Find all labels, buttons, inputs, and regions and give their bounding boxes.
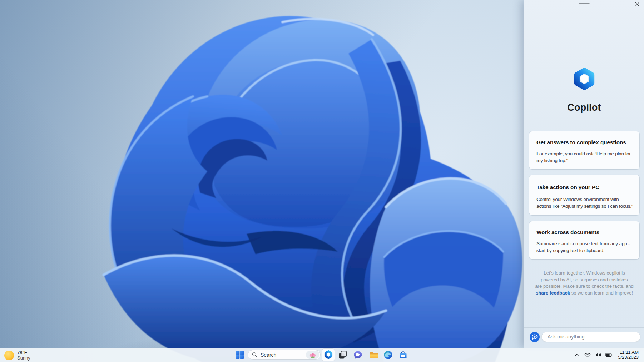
clock-date: 5/23/2023 xyxy=(618,355,639,360)
search-box[interactable]: Search xyxy=(248,350,321,360)
card-title: Work across documents xyxy=(536,229,636,235)
disclaimer-pre: Let’s learn together. Windows copilot is… xyxy=(535,270,634,289)
battery-icon[interactable] xyxy=(604,348,614,362)
disclaimer-post: so we can learn and improve! xyxy=(570,290,633,296)
task-view-button[interactable] xyxy=(336,348,350,362)
search-highlight-icon xyxy=(306,351,319,359)
close-icon[interactable] xyxy=(634,1,641,8)
task-view-icon xyxy=(338,351,347,359)
system-tray: 11:11 AM 5/23/2023 xyxy=(572,348,644,362)
disclaimer-text: Let’s learn together. Windows copilot is… xyxy=(527,270,641,296)
chat-icon xyxy=(353,350,363,360)
file-explorer-icon xyxy=(369,350,378,360)
share-feedback-link[interactable]: share feedback xyxy=(536,290,570,296)
copilot-logo-icon xyxy=(573,68,596,91)
copilot-title: Copilot xyxy=(524,102,644,113)
start-button[interactable] xyxy=(233,348,247,362)
card-body: Summarize and compose text from any app … xyxy=(536,241,636,254)
input-separator xyxy=(524,327,644,328)
volume-icon[interactable] xyxy=(594,348,603,362)
card-body: For example, you could ask “Help me plan… xyxy=(536,151,636,164)
new-chat-button[interactable] xyxy=(530,332,540,342)
drag-handle-icon[interactable] xyxy=(579,3,589,4)
suggestion-card[interactable]: Get answers to complex questions For exa… xyxy=(529,131,639,169)
clock[interactable]: 11:11 AM 5/23/2023 xyxy=(618,350,639,360)
copilot-panel: Copilot Get answers to complex questions… xyxy=(524,0,644,348)
card-title: Take actions on your PC xyxy=(536,184,636,190)
weather-condition: Sunny xyxy=(17,355,30,361)
taskbar-copilot-button[interactable] xyxy=(322,348,335,361)
card-body: Control your Windows environment with ac… xyxy=(536,196,636,210)
file-explorer-button[interactable] xyxy=(366,348,381,362)
edge-icon xyxy=(383,350,393,360)
weather-temp: 78°F xyxy=(17,350,30,355)
wifi-icon[interactable] xyxy=(583,348,592,362)
search-icon xyxy=(252,352,257,357)
chat-button[interactable] xyxy=(351,348,365,362)
copilot-icon xyxy=(324,350,333,360)
windows-logo-icon xyxy=(236,351,244,359)
tray-chevron-icon[interactable] xyxy=(572,348,581,362)
ask-placeholder: Ask me anything... xyxy=(542,332,640,342)
clock-time: 11:11 AM xyxy=(618,350,639,355)
weather-widget[interactable]: 78°F Sunny xyxy=(4,348,30,362)
microsoft-store-button[interactable] xyxy=(396,348,410,362)
edge-button[interactable] xyxy=(381,348,395,362)
search-placeholder: Search xyxy=(261,352,306,358)
card-title: Get answers to complex questions xyxy=(536,139,636,145)
microsoft-store-icon xyxy=(398,350,408,360)
suggestion-card[interactable]: Take actions on your PC Control your Win… xyxy=(529,175,639,215)
suggestion-card[interactable]: Work across documents Summarize and comp… xyxy=(529,221,639,259)
sun-icon xyxy=(4,351,14,360)
ask-input[interactable]: Ask me anything... xyxy=(541,332,640,342)
desktop: Copilot Get answers to complex questions… xyxy=(0,0,644,362)
